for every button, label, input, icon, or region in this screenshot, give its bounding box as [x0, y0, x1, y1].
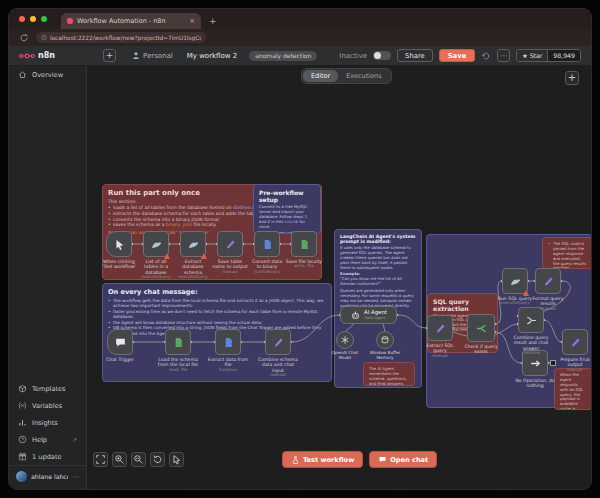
person-icon [132, 51, 140, 60]
save-button[interactable]: Save [439, 49, 476, 62]
n8n-logo-icon [19, 51, 35, 61]
user-menu[interactable]: ahlane lahcen ⋯ [9, 465, 86, 487]
mode-tabs: Editor Executions [301, 68, 392, 84]
sidebar-item-insights[interactable]: Insights [9, 414, 86, 431]
workflow-canvas[interactable]: Run this part only once This section: lo… [88, 66, 591, 489]
n8n-favicon [67, 18, 73, 24]
node-label: List of all tables in a databaseexecuteQ… [138, 259, 174, 280]
node-ai-agent[interactable]: AI Agent Tools Agent [340, 306, 397, 324]
node-list-tables[interactable] [143, 231, 169, 257]
test-workflow-button[interactable]: Test workflow [282, 451, 363, 468]
user-options-icon[interactable]: ⋯ [72, 473, 79, 481]
sticky-body: Connect to a free MySQL server and impor… [259, 205, 315, 234]
more-options-button[interactable]: ⋯ [497, 49, 510, 62]
sidebar-item-templates[interactable]: Templates [9, 380, 86, 397]
node-run-sql[interactable] [502, 268, 528, 294]
node-label: Extract SQL querymanual [420, 343, 460, 359]
reset-zoom-button[interactable] [150, 452, 165, 467]
star-count: 98,949 [547, 50, 580, 61]
tidy-up-button[interactable] [169, 452, 184, 467]
openai-icon [340, 335, 350, 345]
add-workflow-button[interactable]: + [103, 49, 116, 62]
node-format-results[interactable] [535, 268, 561, 294]
share-button[interactable]: Share [397, 49, 433, 62]
node-chat-trigger[interactable] [107, 329, 133, 355]
new-tab-button[interactable]: + [209, 13, 217, 29]
user-name: ahlane lahcen [31, 473, 68, 480]
node-convert-binary[interactable] [254, 231, 280, 257]
node-label: Chat Trigger [98, 357, 142, 362]
site-info-icon[interactable] [41, 34, 47, 41]
mysql-icon [509, 275, 522, 288]
sticky-body: The SQL code is parsed from the agent re… [548, 242, 587, 269]
address-bar[interactable]: localhost:2222/workflow/new?projectId=7i… [36, 32, 206, 43]
sticky-final-note[interactable]: When the agent responds with an SQL quer… [554, 368, 591, 410]
pencil-icon [569, 336, 582, 349]
node-check-query[interactable] [467, 314, 495, 342]
node-label: Load the schema from the local fileread:… [156, 357, 200, 373]
history-icon[interactable] [481, 51, 491, 61]
node-label: Extract data from filefromJson [206, 357, 250, 373]
sticky-query-note[interactable]: The SQL code is parsed from the agent re… [542, 237, 591, 269]
canvas-run-controls: Test workflow Open chat [282, 451, 437, 468]
node-extract-schema[interactable] [180, 231, 206, 257]
sticky-body: The AI Agent remembers the schema, quest… [369, 367, 409, 386]
zoom-in-button[interactable] [112, 452, 127, 467]
window-close-button[interactable] [19, 16, 25, 22]
fit-view-button[interactable] [93, 452, 108, 467]
close-tab-icon[interactable]: × [189, 17, 195, 25]
variables-icon [18, 401, 27, 410]
node-openai-model[interactable] [336, 331, 354, 349]
sidebar-item-overview[interactable]: Overview [9, 66, 86, 83]
n8n-app: n8n + Personal My workflow 2 anomaly det… [9, 46, 591, 489]
browser-window: Workflow Automation - n8n × + localhost:… [8, 8, 592, 490]
pencil-icon [542, 275, 555, 288]
external-link-icon: ↗ [72, 436, 77, 443]
sidebar-item-variables[interactable]: Variables [9, 397, 86, 414]
tab-executions[interactable]: Executions [338, 70, 389, 82]
sidebar-item-help[interactable]: Help ↗ [9, 431, 86, 448]
browser-tab[interactable]: Workflow Automation - n8n × [61, 13, 201, 29]
github-star-widget[interactable]: ★ Star 98,949 [516, 49, 581, 62]
sticky-body: When the agent responds with an SQL quer… [560, 373, 587, 410]
workflow-name[interactable]: My workflow 2 [187, 52, 237, 60]
node-extract-file[interactable] [215, 329, 241, 355]
reload-icon[interactable] [19, 33, 29, 43]
node-manual-trigger[interactable] [106, 231, 132, 257]
node-buffer-memory[interactable] [376, 331, 394, 349]
sidebar-label: Overview [32, 71, 63, 79]
sticky-agent-note[interactable]: The AI Agent remembers the schema, quest… [363, 362, 415, 386]
sidebar-label: Variables [32, 402, 62, 410]
sidebar-label: Templates [32, 385, 66, 393]
sidebar-label: Help [32, 436, 67, 444]
node-combine-schema-chat[interactable] [265, 329, 291, 355]
sidebar-label: 1 update [32, 453, 62, 461]
logo-text: n8n [38, 51, 55, 60]
node-save-file[interactable] [291, 231, 317, 257]
node-extract-sql[interactable] [427, 315, 453, 341]
sticky-pre-setup[interactable]: Pre-workflow setup Connect to a free MyS… [253, 184, 321, 234]
workflow-tag[interactable]: anomaly detection [249, 51, 317, 61]
sticky-title: SQL query extraction [433, 298, 492, 312]
node-load-schema[interactable] [165, 329, 191, 355]
mysql-icon [150, 238, 163, 251]
open-chat-button[interactable]: Open chat [369, 451, 437, 468]
tab-editor[interactable]: Editor [303, 70, 338, 82]
node-save-table-name[interactable] [217, 231, 243, 257]
sidebar-item-updates[interactable]: 1 update [9, 448, 86, 465]
zoom-out-button[interactable] [131, 452, 146, 467]
active-toggle[interactable] [373, 51, 391, 60]
add-node-button[interactable]: + [565, 71, 579, 85]
window-minimize-button[interactable] [30, 16, 36, 22]
node-label: Prepare final outputmanual [553, 357, 591, 373]
window-zoom-button[interactable] [41, 16, 47, 22]
star-label: Star [530, 52, 543, 59]
node-label: Combine schema data and chat inputmanual [256, 357, 300, 378]
pencil-icon [224, 238, 237, 251]
star-icon: ★ [522, 52, 527, 59]
node-label: OpenAI Chat Model [328, 351, 362, 361]
node-label: Save table name to outputmanual [212, 259, 248, 275]
breadcrumb-project[interactable]: Personal [132, 51, 173, 60]
node-prepare-final[interactable] [562, 329, 588, 355]
node-sublabel: Tools Agent [364, 316, 387, 320]
